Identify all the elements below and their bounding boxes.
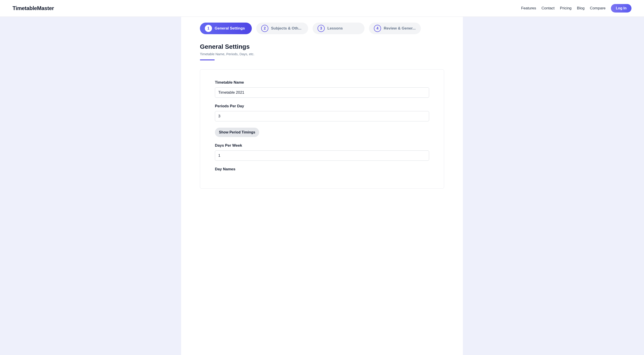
show-period-timings-button[interactable]: Show Period Timings: [215, 128, 259, 137]
topbar: TimetableMaster Features Contact Pricing…: [0, 0, 644, 17]
timetable-name-label: Timetable Name: [215, 80, 429, 85]
page-content: 1 General Settings 2 Subjects & Oth... 3…: [181, 17, 463, 355]
page-subtitle: Timetable Name, Periods, Days, etc.: [200, 52, 444, 56]
page-title: General Settings: [200, 43, 444, 50]
step-review[interactable]: 4 Review & Gener...: [369, 22, 421, 34]
step-subjects[interactable]: 2 Subjects & Oth...: [256, 22, 308, 34]
settings-card: Timetable Name Periods Per Day Show Peri…: [200, 69, 444, 189]
day-names-label: Day Names: [215, 167, 429, 172]
field-periods-per-day: Periods Per Day: [215, 104, 429, 122]
nav-pricing[interactable]: Pricing: [560, 6, 572, 10]
title-underline: [200, 60, 215, 60]
periods-per-day-input[interactable]: [215, 111, 429, 122]
brand-logo[interactable]: TimetableMaster: [12, 5, 54, 12]
nav-contact[interactable]: Contact: [542, 6, 555, 10]
login-button[interactable]: Log In: [611, 4, 632, 12]
wizard-steps: 1 General Settings 2 Subjects & Oth... 3…: [200, 22, 444, 34]
step-number: 2: [261, 25, 268, 32]
periods-per-day-label: Periods Per Day: [215, 104, 429, 108]
nav-features[interactable]: Features: [521, 6, 536, 10]
step-general-settings[interactable]: 1 General Settings: [200, 22, 252, 34]
step-number: 1: [205, 25, 212, 32]
step-lessons[interactable]: 3 Lessons: [312, 22, 364, 34]
step-label: Review & Gener...: [384, 26, 416, 31]
step-number: 3: [318, 25, 325, 32]
step-label: General Settings: [215, 26, 245, 31]
days-per-week-input[interactable]: [215, 150, 429, 161]
field-days-per-week: Days Per Week: [215, 143, 429, 161]
days-per-week-label: Days Per Week: [215, 143, 429, 148]
main-nav: Features Contact Pricing Blog Compare Lo…: [521, 4, 632, 12]
field-timetable-name: Timetable Name: [215, 80, 429, 98]
timetable-name-input[interactable]: [215, 88, 429, 98]
field-show-timings: Show Period Timings: [215, 128, 429, 137]
nav-compare[interactable]: Compare: [590, 6, 606, 10]
step-label: Lessons: [327, 26, 343, 31]
field-day-names: Day Names: [215, 167, 429, 172]
step-label: Subjects & Oth...: [271, 26, 302, 31]
nav-blog[interactable]: Blog: [577, 6, 584, 10]
step-number: 4: [374, 25, 381, 32]
